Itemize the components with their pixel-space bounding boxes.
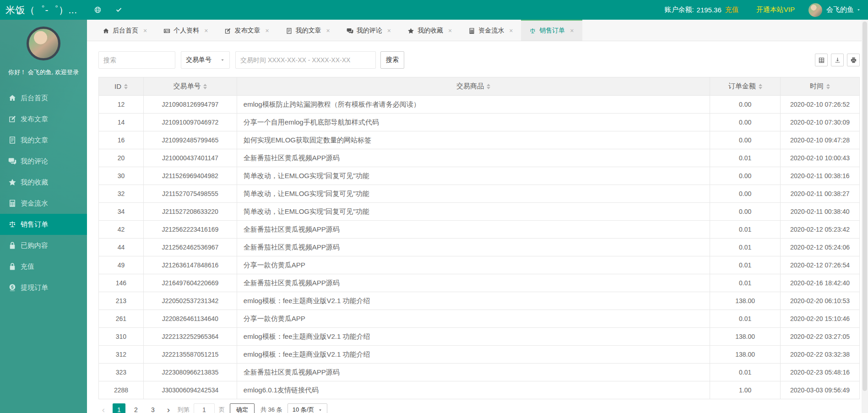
tab[interactable]: 个人资料 xyxy=(155,20,216,41)
goto-confirm-button[interactable]: 确定 xyxy=(230,403,255,413)
page-number-button[interactable]: 1 xyxy=(113,403,125,413)
sidebar-item[interactable]: 后台首页 xyxy=(0,87,87,109)
tab-close-icon[interactable] xyxy=(387,27,391,34)
tab-close-icon[interactable] xyxy=(509,27,513,34)
tab-close-icon[interactable] xyxy=(265,27,269,34)
cell-product: 全新番茄社区黄瓜视频APP源码 xyxy=(237,274,710,292)
user-menu[interactable]: 会飞的鱼 xyxy=(826,5,861,14)
tab[interactable]: 销售订单 xyxy=(521,20,582,41)
cell-product: 分享一款仿黄瓜APP xyxy=(237,256,710,274)
orders-table: ID 交易单号 交易商品 订单金额 xyxy=(98,77,860,399)
column-label: 订单金额 xyxy=(728,82,756,91)
sidebar-item[interactable]: 销售订单 xyxy=(0,214,87,235)
sidebar-item[interactable]: 资金流水 xyxy=(0,193,87,214)
table-header-row: ID 交易单号 交易商品 订单金额 xyxy=(99,77,860,96)
cell-time: 2020-02-22 03:27:05 xyxy=(781,328,860,346)
cell-product: 全新番茄社区黄瓜视频APP源码 xyxy=(237,221,710,239)
tab[interactable]: 我的文章 xyxy=(277,20,338,41)
cell-time: 2020-02-10 07:26:52 xyxy=(781,96,860,114)
open-vip-link[interactable]: 开通本站VIP xyxy=(756,5,795,14)
comments-icon xyxy=(347,27,353,34)
sidebar-item-label: 充值 xyxy=(21,262,34,271)
check-icon xyxy=(115,6,123,14)
time-range-input[interactable] xyxy=(235,51,376,69)
recharge-link[interactable]: 充值 xyxy=(725,5,739,14)
cell-id: 312 xyxy=(99,346,144,364)
tab-label: 个人资料 xyxy=(174,27,199,35)
column-header[interactable]: 订单金额 xyxy=(710,77,781,96)
cell-amount: 0.00 xyxy=(710,185,781,203)
per-page-select[interactable]: 10 条/页 xyxy=(288,403,328,413)
next-page-button[interactable] xyxy=(163,403,174,413)
tool-button[interactable] xyxy=(815,54,828,66)
cell-id: 42 xyxy=(99,221,144,239)
home-icon xyxy=(8,94,16,102)
column-header[interactable]: 交易单号 xyxy=(144,77,237,96)
sidebar-item[interactable]: 我的评论 xyxy=(0,151,87,172)
table-row: 312 J222135587051215 emlog模板：fee主题商业版V2.… xyxy=(99,346,860,364)
cell-id: 32 xyxy=(99,185,144,203)
prev-page-button[interactable] xyxy=(98,403,108,413)
user-avatar-small[interactable] xyxy=(808,3,822,17)
lock-icon xyxy=(8,262,16,271)
scales-icon xyxy=(8,220,16,228)
sidebar-item[interactable]: 已购内容 xyxy=(0,235,87,256)
sidebar-item[interactable]: 发布文章 xyxy=(0,109,87,130)
tab-close-icon[interactable] xyxy=(204,27,208,34)
cell-amount: 0.01 xyxy=(710,239,781,256)
cell-amount: 1.00 xyxy=(710,381,781,399)
cell-product: 如何实现EMLOG获取固定数量的网站标签 xyxy=(237,131,710,149)
search-input[interactable] xyxy=(98,51,175,69)
search-button[interactable]: 搜索 xyxy=(380,51,404,69)
cell-time: 2020-02-12 05:23:42 xyxy=(781,221,860,239)
tab[interactable]: 资金流水 xyxy=(460,20,521,41)
page-number-button[interactable]: 3 xyxy=(146,403,159,413)
cell-product: 分享一个自用emlog手机底部导航加样式代码 xyxy=(237,114,710,131)
sidebar-item-label: 我的收藏 xyxy=(21,178,48,187)
column-header[interactable]: 交易商品 xyxy=(237,77,710,96)
download-icon xyxy=(834,57,841,64)
topnav-item[interactable] xyxy=(108,0,129,20)
cell-amount: 0.00 xyxy=(710,131,781,149)
page-numbers: 1 2 3 xyxy=(113,403,159,413)
table-row: 323 J223080966213835 全新番茄社区黄瓜视频APP源码 0.0… xyxy=(99,364,860,381)
cell-order-no: J211526969404982 xyxy=(144,167,237,185)
page-number-button[interactable]: 2 xyxy=(130,403,142,413)
column-header[interactable]: 时间 xyxy=(781,77,860,96)
search-field-select[interactable]: 交易单号 xyxy=(181,51,230,69)
sort-icon xyxy=(826,82,830,91)
goto-label: 到第 xyxy=(178,406,190,413)
grid-icon xyxy=(818,57,825,64)
tab-bar: 后台首页 个人资料 发布文章 我的文章 xyxy=(87,20,868,41)
tool-button[interactable] xyxy=(831,54,844,66)
tab-close-icon[interactable] xyxy=(143,27,147,34)
sidebar-item[interactable]: 我的文章 xyxy=(0,130,87,151)
sidebar-item[interactable]: 提现订单 xyxy=(0,277,87,298)
column-header[interactable]: ID xyxy=(99,77,144,96)
tab[interactable]: 我的评论 xyxy=(338,20,399,41)
tab-close-icon[interactable] xyxy=(448,27,452,34)
cell-product: 全新番茄社区黄瓜视频APP源码 xyxy=(237,149,710,167)
sidebar-item[interactable]: 我的收藏 xyxy=(0,172,87,193)
account-balance: 账户余额: 2195.36 xyxy=(664,5,721,14)
tool-button[interactable] xyxy=(847,54,860,66)
cell-id: 20 xyxy=(99,149,144,167)
tab[interactable]: 发布文章 xyxy=(216,20,277,41)
cell-time: 2020-02-22 03:32:38 xyxy=(781,346,860,364)
tab-close-icon[interactable] xyxy=(326,27,330,34)
cell-order-no: J216497604220669 xyxy=(144,274,237,292)
tab[interactable]: 后台首页 xyxy=(94,20,155,41)
scrollbar-thumb[interactable] xyxy=(863,22,867,391)
cell-amount: 0.01 xyxy=(710,310,781,328)
goto-page-input[interactable] xyxy=(194,403,215,413)
cell-id: 12 xyxy=(99,96,144,114)
cell-order-no: J210992485799465 xyxy=(144,131,237,149)
tab-close-icon[interactable] xyxy=(570,27,574,34)
cell-product: emlog模板：fee主题商业版V2.1 功能介绍 xyxy=(237,292,710,310)
home-icon xyxy=(103,27,109,34)
topnav-item[interactable] xyxy=(87,0,108,20)
main-area: 后台首页 个人资料 发布文章 我的文章 xyxy=(87,20,868,413)
sidebar-item[interactable]: 充值 xyxy=(0,256,87,277)
cell-order-no: J212636147848616 xyxy=(144,256,237,274)
tab[interactable]: 我的收藏 xyxy=(399,20,460,41)
